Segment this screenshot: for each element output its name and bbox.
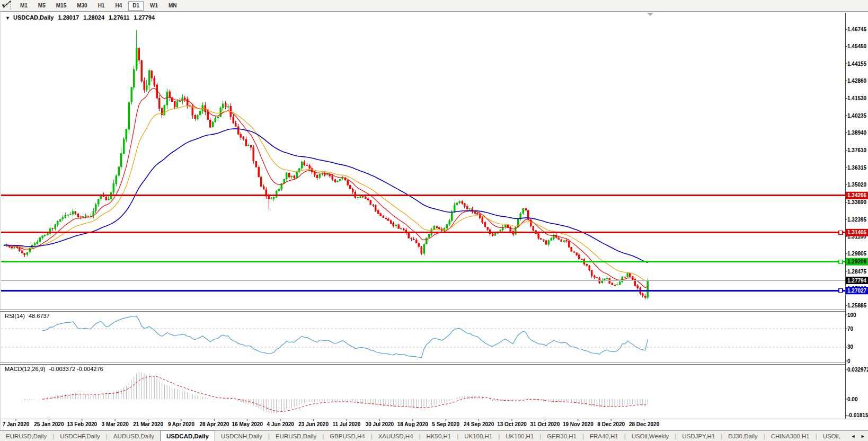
price-tick-label: 1.33690 (847, 199, 867, 205)
price-tick-label: 1.40235 (847, 113, 867, 119)
price-badge-1.29208: 1.29208 (846, 258, 868, 266)
date-label: 13 Feb 2020 (67, 421, 97, 427)
price-badge-1.34206: 1.34206 (846, 192, 868, 199)
svg-text:1.29208: 1.29208 (847, 259, 867, 264)
ohlc-close: 1.27794 (134, 14, 155, 21)
price-tick-label: 1.46745 (847, 27, 867, 32)
date-label: 5 Sep 2020 (432, 421, 459, 427)
date-label: 8 Dec 2020 (597, 421, 625, 427)
tab-scroll-left-icon[interactable]: ◄ (851, 434, 856, 439)
price-badge-1.31405: 1.31405 (846, 229, 868, 236)
chart-title: ▼ USDCAD,Daily 1.28017 1.28024 1.27611 1… (5, 14, 157, 21)
chart-tab-xauusd-h4-7[interactable]: XAUUSD,H4 (373, 431, 419, 441)
svg-text:1.34206: 1.34206 (847, 192, 867, 198)
timeframe-group: M1M5M15M30H1H4D1W1MN (15, 1, 182, 11)
chart-tab-fra40-h1-12[interactable]: FRA40,H1 (584, 431, 624, 441)
price-tick-label: 1.42860 (847, 78, 867, 84)
timeframe-button-m1[interactable]: M1 (16, 1, 32, 11)
chart-tab-eurusd-daily-0[interactable]: EURUSD,Daily (0, 431, 52, 441)
hline-handle[interactable] (839, 260, 843, 263)
timeframe-button-h1[interactable]: H1 (94, 1, 109, 11)
date-label: 28 Dec 2020 (629, 421, 660, 427)
chart-tab-dj30-daily-15[interactable]: DJ30,Daily (722, 431, 764, 441)
chart-tab-usdcnh-daily-4[interactable]: USDCNH,Daily (215, 431, 268, 441)
rsi-value: 48.6737 (29, 313, 50, 319)
chart-tab-ger30-h1-11[interactable]: GER30,H1 (541, 431, 582, 441)
date-label: 13 Oct 2020 (497, 421, 527, 427)
trendline-draw-tool-icon[interactable] (2, 0, 13, 8)
chart-tab-gbpusd-h4-6[interactable]: GBPUSD,H4 (324, 431, 370, 441)
price-tick-label: 1.38940 (847, 130, 867, 136)
date-label: 9 Apr 2020 (168, 421, 195, 427)
ohlc-open: 1.28017 (58, 14, 79, 21)
price-tick-label: 1.44155 (847, 61, 867, 67)
chart-tabbar: EURUSD,Daily|USDCHF,Daily|AUDUSD,DailyUS… (0, 430, 868, 441)
timeframe-button-d1[interactable]: D1 (128, 1, 144, 11)
date-label: 31 Oct 2020 (530, 421, 560, 427)
price-tick-label: 1.29805 (847, 251, 867, 257)
chart-canvas: 1.467451.454501.441551.428601.415301.402… (0, 0, 868, 430)
chart-tab-hk50-h1-8[interactable]: HK50,H1 (421, 431, 457, 441)
chart-symbol-label: USDCAD,Daily (13, 14, 54, 21)
svg-text:1.31405: 1.31405 (847, 230, 867, 235)
date-label: 4 Jun 2020 (267, 421, 295, 427)
rsi-tick-label: 0 (847, 358, 851, 364)
chart-tab-usoil-weekly-13[interactable]: USOil,Weekly (626, 431, 675, 441)
price-badge-1.27794: 1.27794 (846, 277, 868, 284)
chart-tab-usdjpy-h1-14[interactable]: USDJPY,H1 (676, 431, 721, 441)
chart-collapse-icon[interactable]: ▼ (5, 15, 10, 21)
ohlc-low: 1.27611 (109, 14, 129, 21)
svg-text:1.27794: 1.27794 (847, 278, 867, 284)
macd-values: -0.003372 -0.004276 (49, 366, 103, 372)
panel-separator-0[interactable] (0, 310, 845, 312)
tab-scroll-right-icon[interactable]: ► (861, 434, 865, 439)
rsi-tick-label: 70 (847, 326, 854, 332)
panel-separator-1[interactable] (0, 363, 845, 365)
chart-tab-uk100-h1-9[interactable]: UK100,H1 (458, 431, 498, 441)
svg-text:1.27027: 1.27027 (847, 288, 867, 294)
price-tick-label: 1.25885 (847, 303, 867, 308)
date-label: 30 Jul 2020 (366, 421, 394, 427)
date-label: 7 Jan 2020 (3, 421, 30, 427)
timeframe-button-m30[interactable]: M30 (73, 1, 91, 11)
macd-tick-label: 0.032972 (847, 367, 868, 373)
chart-tab-eurusd-daily-5[interactable]: EURUSD,Daily (270, 431, 322, 441)
rsi-indicator-label: RSI(14) 48.6737 (5, 313, 52, 319)
timeframe-button-m5[interactable]: M5 (34, 1, 50, 11)
chart-tab-audusd-daily-2[interactable]: AUDUSD,Daily (108, 431, 160, 441)
chart-tab-usdcad-daily-3[interactable]: USDCAD,Daily (160, 430, 215, 441)
price-tick-label: 1.45450 (847, 43, 867, 49)
timeframe-button-w1[interactable]: W1 (146, 1, 162, 11)
date-label: 24 Sep 2020 (464, 421, 494, 427)
date-label: 28 Apr 2020 (200, 421, 229, 427)
macd-indicator-label: MACD(12,26,9) -0.003372 -0.004276 (5, 366, 105, 372)
price-tick-label: 1.41530 (847, 95, 867, 101)
price-tick-label: 1.36315 (847, 165, 867, 171)
chart-tab-usdchf-daily-1[interactable]: USDCHF,Daily (54, 431, 105, 441)
top-toolbar: ▼ M1M5M15M30H1H4D1W1MN (0, 0, 868, 12)
hline-handle[interactable] (839, 289, 843, 293)
rsi-name: RSI(14) (5, 313, 25, 319)
date-label: 3 Mar 2020 (102, 421, 129, 427)
date-label: 11 Jul 2020 (333, 421, 361, 427)
ohlc-high: 1.28024 (83, 14, 104, 21)
price-badge-1.27027: 1.27027 (846, 287, 868, 294)
price-tick-label: 1.35020 (847, 182, 867, 188)
rsi-tick-label: 100 (847, 312, 856, 318)
chart-tab-uk100-h1-10[interactable]: UK100,H1 (500, 431, 539, 441)
rsi-tick-label: 30 (847, 344, 854, 350)
date-label: 25 Jan 2020 (34, 421, 64, 427)
timeframe-button-m15[interactable]: M15 (52, 1, 70, 11)
timeframe-button-mn[interactable]: MN (164, 1, 181, 11)
price-tick-label: 1.37610 (847, 147, 867, 153)
macd-tick-label: 0.00 (847, 396, 858, 402)
macd-name: MACD(12,26,9) (5, 366, 45, 372)
date-label: 19 Nov 2020 (563, 421, 594, 427)
date-label: 16 May 2020 (232, 421, 263, 427)
chart-tab-usoil-17[interactable]: USOil, (817, 431, 846, 441)
price-tick-label: 1.32395 (847, 217, 867, 223)
hline-handle[interactable] (839, 231, 843, 234)
chart-tab-china300-h1-16[interactable]: CHINA300,H1 (765, 431, 816, 441)
macd-tick-label: -0.01815 (847, 412, 868, 418)
timeframe-button-h4[interactable]: H4 (111, 1, 126, 11)
